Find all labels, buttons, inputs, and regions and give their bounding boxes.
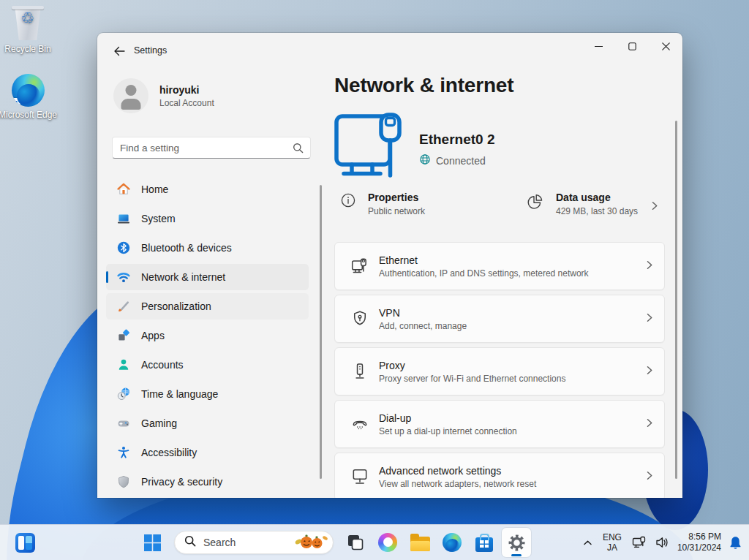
sidebar-item-bluetooth-devices[interactable]: Bluetooth & devices bbox=[106, 235, 309, 261]
privacy-shield-icon bbox=[116, 474, 131, 489]
accounts-icon bbox=[116, 357, 131, 372]
properties-item[interactable]: Properties Public network bbox=[334, 192, 526, 216]
desktop-icon-label: Microsoft Edge bbox=[0, 110, 59, 121]
sidebar-item-label: Bluetooth & devices bbox=[141, 242, 232, 254]
sidebar-item-gaming[interactable]: Gaming bbox=[106, 410, 309, 436]
task-view-icon bbox=[347, 534, 364, 551]
taskbar: Search ENG JA 8:56 PM 10/3 bbox=[0, 524, 749, 560]
card-title: Dial-up bbox=[379, 412, 517, 424]
card-subtitle: Proxy server for Wi-Fi and Ethernet conn… bbox=[379, 374, 565, 384]
apps-icon bbox=[116, 328, 131, 343]
chevron-right-icon bbox=[644, 417, 654, 431]
connection-hero: Ethernet0 2 Connected bbox=[334, 112, 494, 182]
search-icon bbox=[184, 535, 196, 550]
card-dialup[interactable]: Dial-up Set up a dial-up internet connec… bbox=[334, 400, 665, 448]
data-usage-subtitle: 429 MB, last 30 days bbox=[556, 206, 638, 216]
task-view-button[interactable] bbox=[341, 528, 370, 557]
tray-date: 10/31/2024 bbox=[677, 542, 721, 553]
maximize-button[interactable] bbox=[615, 33, 649, 59]
edge-button[interactable] bbox=[437, 528, 467, 557]
sidebar-item-time-language[interactable]: Time & language bbox=[106, 381, 309, 407]
minimize-icon bbox=[595, 42, 603, 50]
time-language-icon bbox=[116, 387, 131, 401]
settings-search-box[interactable] bbox=[112, 137, 311, 159]
card-subtitle: Authentication, IP and DNS settings, met… bbox=[379, 268, 589, 279]
personalization-icon bbox=[116, 299, 131, 314]
microsoft-store-button[interactable] bbox=[470, 528, 499, 557]
copilot-icon bbox=[378, 533, 397, 552]
copilot-button[interactable] bbox=[373, 528, 402, 557]
recycle-bin-icon: ♲ bbox=[12, 6, 44, 41]
sidebar-item-label: Accounts bbox=[141, 359, 184, 371]
chevron-right-icon bbox=[650, 200, 665, 213]
settings-window: Settings hiroyuki Local Account Hom bbox=[97, 33, 682, 498]
file-explorer-icon bbox=[410, 537, 430, 551]
microsoft-store-icon bbox=[475, 537, 493, 552]
tray-volume-icon[interactable] bbox=[655, 535, 669, 550]
card-subtitle: Add, connect, manage bbox=[379, 321, 467, 331]
card-ethernet[interactable]: Ethernet Authentication, IP and DNS sett… bbox=[334, 242, 665, 290]
content-scrollbar[interactable] bbox=[675, 121, 677, 479]
sidebar-item-apps[interactable]: Apps bbox=[106, 322, 309, 349]
card-advanced-network-settings[interactable]: Advanced network settings View all netwo… bbox=[334, 453, 665, 498]
card-proxy[interactable]: Proxy Proxy server for Wi-Fi and Etherne… bbox=[334, 347, 665, 396]
data-usage-title: Data usage bbox=[556, 192, 638, 203]
properties-title: Properties bbox=[368, 192, 425, 203]
user-account[interactable]: hiroyuki Local Account bbox=[113, 78, 214, 113]
start-button[interactable] bbox=[138, 528, 167, 557]
sidebar-item-accounts[interactable]: Accounts bbox=[106, 352, 309, 378]
edge-icon bbox=[443, 533, 462, 552]
window-title: Settings bbox=[134, 45, 167, 56]
sidebar-item-label: Accessibility bbox=[141, 447, 197, 458]
sidebar-item-network-internet[interactable]: Network & internet bbox=[106, 264, 309, 290]
proxy-server-icon bbox=[350, 362, 369, 381]
back-arrow-icon bbox=[113, 45, 125, 57]
tray-chevron-up-icon[interactable] bbox=[583, 540, 592, 546]
sidebar-item-personalization[interactable]: Personalization bbox=[106, 293, 309, 319]
sidebar-item-home[interactable]: Home bbox=[106, 176, 309, 203]
language-indicator[interactable]: ENG JA bbox=[601, 532, 624, 553]
card-title: VPN bbox=[379, 307, 467, 319]
sidebar-item-label: Apps bbox=[141, 330, 165, 341]
taskbar-search-placeholder: Search bbox=[203, 537, 294, 548]
shortcut-arrow-icon: ↗ bbox=[12, 98, 20, 107]
ethernet-plug-icon bbox=[334, 112, 402, 182]
close-button[interactable] bbox=[649, 33, 682, 59]
sidebar-item-label: Home bbox=[141, 183, 168, 195]
desktop-icon-microsoft-edge[interactable]: ↗ Microsoft Edge bbox=[0, 74, 59, 121]
page-title: Network & internet bbox=[334, 74, 513, 97]
quick-info-row[interactable]: Properties Public network Data usage 429… bbox=[334, 192, 665, 216]
vpn-shield-icon bbox=[350, 309, 369, 328]
notification-bell-icon[interactable] bbox=[729, 536, 742, 550]
card-vpn[interactable]: VPN Add, connect, manage bbox=[334, 295, 665, 343]
sidebar-item-accessibility[interactable]: Accessibility bbox=[106, 439, 309, 466]
accessibility-icon bbox=[116, 445, 131, 460]
globe-icon bbox=[419, 154, 431, 167]
wifi-icon bbox=[116, 270, 131, 284]
sidebar-item-label: Privacy & security bbox=[141, 476, 222, 488]
sidebar-item-system[interactable]: System bbox=[106, 205, 309, 232]
back-button[interactable] bbox=[106, 40, 132, 62]
clock[interactable]: 8:56 PM 10/31/2024 bbox=[677, 531, 721, 553]
chevron-right-icon bbox=[644, 312, 654, 325]
settings-card-list: Ethernet Authentication, IP and DNS sett… bbox=[334, 242, 665, 498]
taskbar-search-box[interactable]: Search bbox=[174, 531, 334, 554]
settings-button[interactable] bbox=[502, 528, 531, 557]
settings-search-input[interactable] bbox=[113, 143, 293, 154]
tray-network-icon[interactable] bbox=[632, 535, 647, 550]
card-subtitle: Set up a dial-up internet connection bbox=[379, 426, 517, 436]
user-name: hiroyuki bbox=[159, 84, 214, 96]
data-usage-item[interactable]: Data usage 429 MB, last 30 days bbox=[526, 192, 638, 216]
widgets-icon bbox=[15, 533, 35, 553]
desktop-icon-label: Recycle Bin bbox=[4, 44, 50, 54]
desktop-icon-recycle-bin[interactable]: ♲ Recycle Bin bbox=[0, 6, 59, 55]
window-controls bbox=[581, 33, 682, 59]
advanced-network-icon bbox=[350, 467, 369, 486]
card-subtitle: View all network adapters, network reset bbox=[379, 479, 536, 489]
sidebar-item-privacy-security[interactable]: Privacy & security bbox=[106, 469, 309, 495]
file-explorer-button[interactable] bbox=[405, 528, 434, 557]
account-type: Local Account bbox=[159, 98, 214, 108]
sidebar-scrollbar[interactable] bbox=[320, 185, 322, 479]
widgets-button[interactable] bbox=[9, 528, 41, 557]
minimize-button[interactable] bbox=[581, 33, 615, 59]
